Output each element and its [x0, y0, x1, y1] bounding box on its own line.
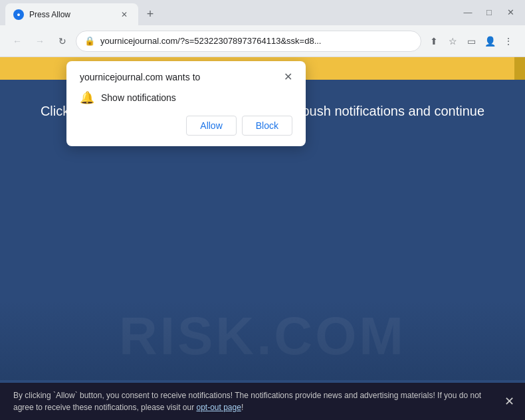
permission-row: 🔔 Show notifications [80, 90, 292, 105]
menu-icon[interactable]: ⋮ [500, 33, 517, 50]
tabs-area: ● Press Allow ✕ + [5, 3, 520, 25]
notification-permission-popup: yournicejournal.com wants to ✕ 🔔 Show no… [66, 61, 306, 146]
profile-icon[interactable]: 👤 [481, 33, 498, 50]
allow-button[interactable]: Allow [186, 116, 236, 136]
popup-actions: Allow Block [80, 116, 292, 136]
browser-window: ● Press Allow ✕ + — □ ✕ ← → ↻ 🔒 yournice… [0, 0, 525, 420]
back-button[interactable]: ← [8, 32, 27, 51]
new-tab-button[interactable]: + [141, 5, 159, 23]
share-icon[interactable]: ⬆ [425, 33, 443, 50]
bottom-notification-bar: By clicking `Allow` button, you consent … [0, 383, 525, 420]
page-content: yournicejournal.com wants to ✕ 🔔 Show no… [0, 57, 525, 420]
url-text: yournicejournal.com/?s=52322307897376411… [100, 36, 413, 46]
active-tab[interactable]: ● Press Allow ✕ [5, 3, 138, 25]
bell-icon: 🔔 [80, 90, 94, 105]
tab-title: Press Allow [29, 10, 113, 19]
restore-button[interactable]: □ [481, 4, 497, 20]
sidebar-icon[interactable]: ▭ [463, 33, 480, 50]
tab-close-button[interactable]: ✕ [118, 9, 130, 21]
popup-close-button[interactable]: ✕ [284, 72, 292, 82]
window-controls: — □ ✕ [460, 4, 518, 20]
progress-bar-empty [514, 57, 525, 80]
block-button[interactable]: Block [242, 116, 292, 136]
popup-header: yournicejournal.com wants to ✕ [80, 72, 292, 82]
toolbar-icons: ⬆ ☆ ▭ 👤 ⋮ [425, 33, 517, 50]
close-window-button[interactable]: ✕ [502, 4, 518, 20]
address-bar: ← → ↻ 🔒 yournicejournal.com/?s=523223078… [0, 25, 525, 57]
tab-favicon: ● [13, 9, 24, 20]
bottom-text-1: By clicking `Allow` button, you consent … [13, 391, 481, 412]
bottom-text-2: ! [241, 403, 243, 412]
opt-out-link[interactable]: opt-out page [196, 403, 241, 412]
watermark: risk.com [119, 306, 406, 367]
bottom-bar-close-button[interactable]: ✕ [504, 393, 514, 411]
tab-bar: ● Press Allow ✕ + — □ ✕ [0, 0, 525, 25]
address-field[interactable]: 🔒 yournicejournal.com/?s=523223078973764… [76, 31, 421, 52]
collapse-button[interactable]: — [460, 4, 476, 20]
page-gradient [0, 300, 525, 380]
popup-title: yournicejournal.com wants to [80, 72, 200, 82]
refresh-button[interactable]: ↻ [53, 32, 72, 51]
lock-icon: 🔒 [84, 36, 95, 46]
permission-text: Show notifications [101, 92, 176, 103]
forward-button[interactable]: → [31, 32, 49, 51]
bookmark-icon[interactable]: ☆ [444, 33, 461, 50]
